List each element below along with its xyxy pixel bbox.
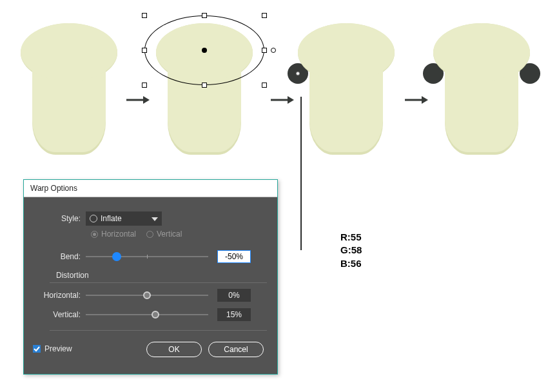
horizontal-dist-label: Horizontal: <box>24 291 86 300</box>
vertical-input[interactable]: 15% <box>217 308 251 321</box>
step-3-shape <box>298 23 395 152</box>
divider <box>50 330 267 331</box>
style-label: Style: <box>24 214 86 223</box>
horizontal-slider[interactable] <box>86 292 208 299</box>
warp-options-dialog: Warp Options Style: Inflate Horizontal V… <box>23 179 278 375</box>
rgb-callout: R:55 G:58 B:56 <box>340 231 362 270</box>
vertical-dist-label: Vertical: <box>24 310 86 319</box>
radio-icon <box>146 231 153 238</box>
orientation-vertical-radio[interactable]: Vertical <box>146 230 182 239</box>
selection-center-icon <box>202 48 207 53</box>
rgb-b: B:56 <box>340 257 362 270</box>
arrow-icon <box>126 94 150 106</box>
step-4-shape <box>433 23 530 152</box>
orientation-vertical-label: Vertical <box>157 230 182 239</box>
inflate-icon <box>90 215 97 222</box>
cancel-button[interactable]: Cancel <box>208 342 264 357</box>
step-1-shape <box>21 23 117 152</box>
rgb-g: G:58 <box>340 244 362 257</box>
orientation-horizontal-radio[interactable]: Horizontal <box>91 230 136 239</box>
selection-side-handle-icon[interactable] <box>271 48 276 53</box>
horizontal-thumb[interactable] <box>143 291 151 299</box>
svg-marker-3 <box>288 96 294 104</box>
svg-marker-5 <box>422 96 428 104</box>
bend-input[interactable]: -50% <box>217 250 251 263</box>
preview-label: Preview <box>44 344 72 353</box>
style-select[interactable]: Inflate <box>86 211 162 226</box>
orientation-horizontal-label: Horizontal <box>101 230 136 239</box>
arrow-icon <box>405 94 428 106</box>
radio-icon <box>91 231 98 238</box>
anchor-point-icon <box>296 72 300 75</box>
divider <box>50 282 267 283</box>
preview-checkbox[interactable] <box>33 345 41 353</box>
bend-slider[interactable] <box>86 253 208 260</box>
svg-marker-1 <box>143 96 150 104</box>
chevron-down-icon <box>152 215 158 222</box>
arrow-icon <box>271 94 294 106</box>
selection-bounding-box[interactable] <box>144 15 264 85</box>
horizontal-input[interactable]: 0% <box>217 289 251 302</box>
vertical-slider[interactable] <box>86 311 208 318</box>
dialog-title: Warp Options <box>24 180 277 197</box>
tutorial-steps <box>21 23 530 159</box>
bend-label: Bend: <box>24 252 86 261</box>
svg-marker-6 <box>152 217 158 221</box>
ok-button[interactable]: OK <box>146 342 202 357</box>
distortion-group-label: Distortion <box>56 271 89 280</box>
style-value: Inflate <box>101 214 122 223</box>
step-2-shape <box>156 23 253 152</box>
vertical-thumb[interactable] <box>152 311 159 318</box>
callout-leader <box>300 97 302 250</box>
rgb-r: R:55 <box>340 231 362 244</box>
bend-thumb[interactable] <box>112 252 121 261</box>
